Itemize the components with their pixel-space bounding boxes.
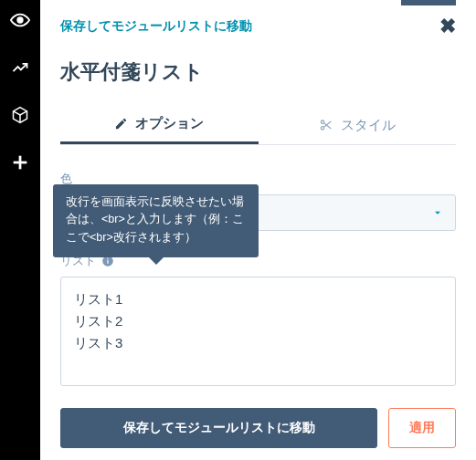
tab-options-label: オプション <box>135 115 204 132</box>
tabs: オプション スタイル <box>60 106 456 145</box>
save-and-go-link[interactable]: 保存してモジュールリストに移動 <box>60 18 252 35</box>
cube-icon <box>11 106 29 124</box>
sidebar-item-preview[interactable] <box>0 0 40 40</box>
close-icon[interactable]: ✖ <box>439 16 456 37</box>
pencil-icon <box>114 117 128 131</box>
button-bar: 保存してモジュールリストに移動 適用 <box>60 408 456 448</box>
tab-options[interactable]: オプション <box>60 106 259 144</box>
list-info-tooltip: 改行を画面表示に反映させたい場合は、<br>と入力します（例：ここで<br>改行… <box>53 184 259 257</box>
svg-point-0 <box>17 17 23 23</box>
page-title: 水平付箋リスト <box>60 58 456 86</box>
main-panel: 保存してモジュールリストに移動 ✖ 水平付箋リスト オプション スタイル 色 <box>40 0 476 460</box>
sidebar <box>0 0 40 460</box>
svg-rect-9 <box>107 258 108 259</box>
svg-point-4 <box>321 127 323 130</box>
apply-button[interactable]: 適用 <box>388 408 456 448</box>
sidebar-item-analytics[interactable] <box>0 47 40 88</box>
tab-style[interactable]: スタイル <box>259 106 457 144</box>
list-textarea[interactable]: リスト1 リスト2 リスト3 <box>60 277 456 386</box>
field-list: リスト リスト1 リスト2 リスト3 <box>60 253 456 386</box>
topbar: 保存してモジュールリストに移動 ✖ <box>60 16 456 37</box>
svg-point-3 <box>321 120 323 123</box>
plus-icon <box>10 152 30 172</box>
svg-rect-8 <box>107 260 108 264</box>
eye-icon <box>10 10 30 30</box>
sidebar-item-modules[interactable] <box>0 95 40 135</box>
chart-icon <box>11 58 29 77</box>
tab-style-label: スタイル <box>341 117 396 134</box>
sidebar-item-add[interactable] <box>0 142 40 183</box>
scissors-icon <box>319 118 333 132</box>
chevron-down-icon <box>431 206 444 219</box>
save-and-go-button[interactable]: 保存してモジュールリストに移動 <box>60 408 377 448</box>
accent-strip <box>401 0 456 5</box>
